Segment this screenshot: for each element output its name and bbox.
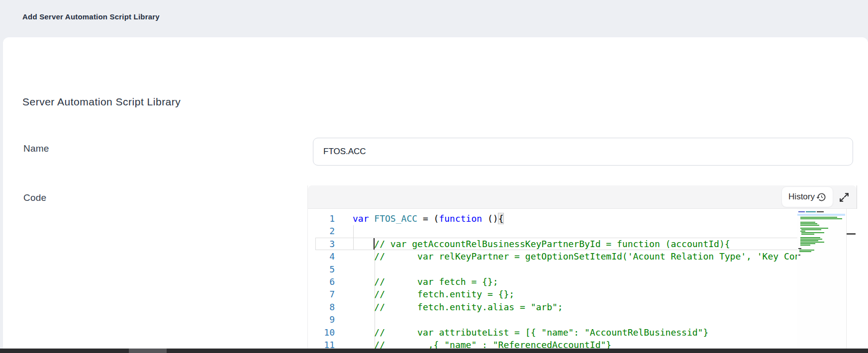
minimap-line	[800, 225, 819, 226]
overview-cursor-marker	[847, 233, 856, 235]
line-number[interactable]: 9	[308, 313, 335, 326]
minimap-line	[800, 223, 817, 224]
line-number[interactable]: 4	[308, 250, 335, 263]
line-number[interactable]: 1	[308, 212, 335, 225]
line-number[interactable]: 6	[308, 275, 335, 288]
code-line[interactable]: 6 // var fetch = {};	[308, 275, 797, 288]
code-line[interactable]: 9	[308, 313, 797, 326]
minimap-line	[801, 234, 814, 235]
minimap-line	[800, 228, 828, 229]
code-line[interactable]: 4 // var relKeyPartner = getOptionSetIte…	[308, 250, 797, 263]
name-input[interactable]	[313, 138, 853, 166]
minimap-line	[800, 239, 822, 240]
minimap-line	[800, 237, 820, 238]
minimap-line	[799, 250, 814, 251]
minimap-line	[800, 222, 815, 223]
page: Add Server Automation Script Library Ser…	[0, 0, 868, 353]
expand-icon[interactable]	[839, 192, 850, 203]
code-line[interactable]: 8 // fetch.entity.alias = "arb";	[308, 301, 797, 313]
code-label: Code	[23, 192, 46, 203]
minimap[interactable]	[797, 209, 845, 353]
editor-toolbar: History	[308, 185, 857, 209]
minimap-line	[800, 240, 818, 241]
history-icon	[816, 192, 826, 202]
code-lines[interactable]: 1var FTOS_ACC = (function (){23 // var g…	[308, 209, 797, 353]
overview-ruler[interactable]	[846, 209, 857, 353]
section-title: Server Automation Script Library	[22, 96, 181, 108]
minimap-line	[800, 231, 805, 232]
scrollbar-thumb[interactable]	[129, 349, 167, 353]
history-button[interactable]: History	[781, 186, 833, 207]
minimap-line	[800, 243, 815, 244]
line-number[interactable]: 8	[308, 301, 335, 313]
minimap-line	[806, 211, 816, 212]
code-line[interactable]: 2	[308, 225, 797, 237]
code-line[interactable]: 7 // fetch.entity = {};	[308, 288, 797, 300]
line-number[interactable]: 7	[308, 288, 335, 300]
text-cursor	[374, 238, 375, 250]
minimap-line	[798, 211, 805, 212]
minimap-line	[799, 251, 811, 252]
line-number[interactable]: 5	[308, 263, 335, 275]
line-number[interactable]: 2	[308, 225, 335, 237]
minimap-line	[801, 229, 821, 230]
line-number[interactable]: 10	[308, 326, 335, 339]
minimap-line	[801, 232, 824, 233]
page-title: Add Server Automation Script Library	[22, 12, 160, 21]
minimap-line	[797, 214, 845, 216]
code-line[interactable]: 10 // var attributeList = [{ "name": "Ac…	[308, 326, 797, 339]
history-button-label: History	[788, 192, 815, 202]
minimap-line	[800, 217, 837, 218]
editor-surface[interactable]: 1var FTOS_ACC = (function (){23 // var g…	[308, 209, 857, 353]
form-card: Server Automation Script Library Name Co…	[3, 37, 868, 353]
minimap-line	[798, 248, 801, 249]
name-label: Name	[23, 143, 49, 154]
line-number[interactable]: 3	[308, 238, 335, 250]
code-line[interactable]: 3 // var getAccountRelBusinessKeyPartner…	[308, 238, 797, 250]
code-line[interactable]: 1var FTOS_ACC = (function (){	[308, 212, 797, 225]
horizontal-scrollbar[interactable]	[0, 349, 868, 353]
code-editor[interactable]: History	[307, 185, 857, 353]
minimap-line	[798, 255, 800, 256]
minimap-line	[800, 245, 810, 246]
minimap-line	[800, 242, 824, 243]
minimap-line	[817, 211, 824, 212]
minimap-line	[800, 218, 842, 219]
code-line[interactable]: 5	[308, 263, 797, 275]
